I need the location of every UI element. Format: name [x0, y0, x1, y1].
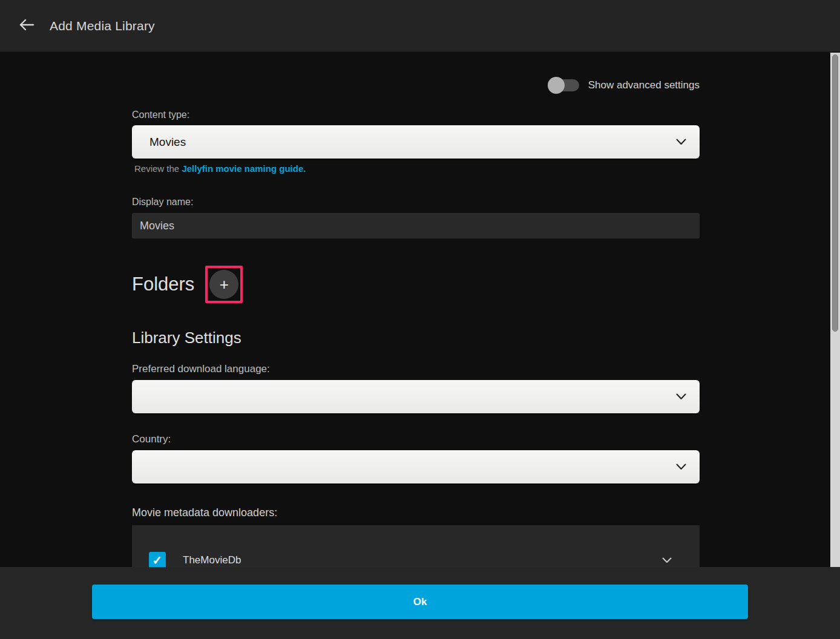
chevron-down-icon [676, 139, 686, 145]
content-type-label: Content type: [132, 110, 700, 120]
toggle-knob [548, 77, 565, 94]
form-scroll-area: Show advanced settings Content type: Mov… [0, 53, 840, 567]
content-type-select[interactable]: Movies [132, 125, 700, 159]
check-icon: ✓ [153, 553, 163, 568]
display-name-input[interactable] [132, 213, 700, 238]
advanced-settings-toggle[interactable] [548, 77, 579, 94]
chevron-down-icon[interactable] [662, 557, 672, 563]
preferred-language-select[interactable] [132, 380, 700, 413]
folders-section: Folders + [132, 266, 700, 303]
scrollbar-track[interactable] [830, 53, 840, 567]
add-folder-button[interactable]: + [209, 270, 238, 299]
chevron-down-icon [676, 393, 686, 400]
naming-guide-link[interactable]: Jellyfin movie naming guide [182, 163, 303, 174]
downloader-name: TheMovieDb [183, 554, 662, 566]
page-title: Add Media Library [50, 19, 155, 33]
metadata-downloader-list-item: ✓ TheMovieDb [132, 525, 700, 567]
ok-button[interactable]: Ok [92, 585, 748, 619]
themoviedb-checkbox[interactable]: ✓ [149, 552, 166, 568]
back-button[interactable] [16, 15, 38, 37]
scrollbar-thumb[interactable] [832, 54, 838, 332]
plus-icon: + [220, 277, 229, 292]
helper-prefix: Review the [134, 163, 182, 174]
advanced-settings-row: Show advanced settings [132, 77, 700, 94]
chevron-down-icon [676, 464, 686, 470]
preferred-language-label: Preferred download language: [132, 363, 700, 375]
content-type-value: Movies [149, 136, 676, 149]
arrow-left-icon [19, 18, 34, 34]
library-settings-heading: Library Settings [132, 329, 700, 347]
country-select[interactable] [132, 450, 700, 483]
metadata-downloaders-label: Movie metadata downloaders: [132, 506, 700, 519]
advanced-settings-label[interactable]: Show advanced settings [588, 79, 700, 91]
folders-heading: Folders [132, 274, 194, 295]
naming-guide-helper: Review the Jellyfin movie naming guide. [134, 163, 700, 174]
country-label: Country: [132, 433, 700, 445]
footer-bar: Ok [0, 567, 840, 639]
display-name-label: Display name: [132, 197, 700, 208]
add-folder-button-focus-ring: + [205, 266, 243, 303]
helper-suffix: . [303, 163, 306, 174]
app-bar: Add Media Library [0, 0, 840, 52]
